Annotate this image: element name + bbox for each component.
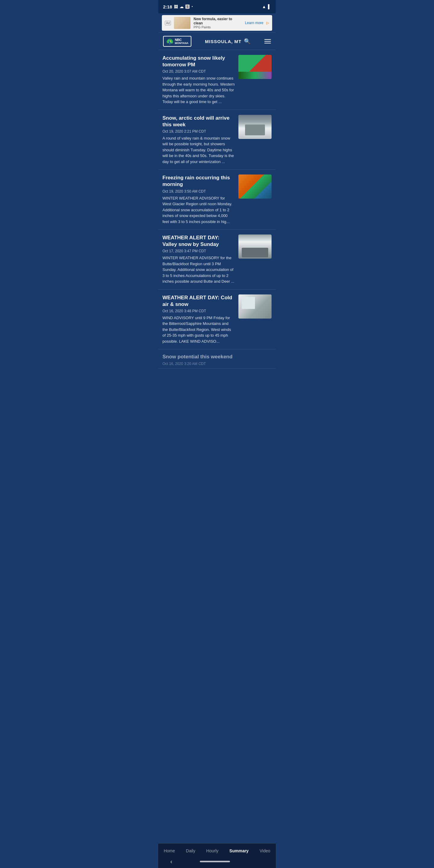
news-body-3: WINTER WEATHER ADVISORY for West Glacier… (162, 195, 235, 225)
logo-nbc-text: NBC (175, 38, 188, 41)
bottom-nav: Home Daily Hourly Summary Video (158, 843, 276, 856)
nav-daily-label: Daily (186, 848, 195, 853)
news-headline-partial: Snow potential this weekend (162, 353, 272, 360)
news-text-2: Snow, arctic cold will arrive this week … (162, 115, 235, 165)
ad-content: New formula, easier to clean PPG Paints (193, 17, 242, 29)
photo-icon: 🖼 (174, 4, 178, 9)
news-text-5: WEATHER ALERT DAY: Cold air & snow Oct 1… (162, 294, 235, 344)
news-thumbnail-2 (239, 115, 272, 139)
hamburger-menu[interactable] (264, 39, 271, 43)
news-text-partial: Snow potential this weekend Oct 16, 2020… (162, 353, 272, 366)
news-list: Accumulating snow likely tomorrow PM Oct… (158, 50, 276, 411)
news-text-1: Accumulating snow likely tomorrow PM Oct… (162, 55, 235, 105)
news-headline-3: Freezing rain occurring this morning (162, 175, 235, 188)
nav-item-video[interactable]: Video (256, 847, 274, 855)
news-date-partial: Oct 16, 2020 3:20 AM CDT (162, 362, 272, 366)
status-time: 2:18 (163, 4, 172, 9)
nav-item-home[interactable]: Home (160, 847, 179, 855)
nav-item-daily[interactable]: Daily (182, 847, 199, 855)
app-icon: 5 (185, 4, 190, 9)
news-text-3: Freezing rain occurring this morning Oct… (162, 175, 235, 224)
search-icon[interactable]: 🔍 (244, 38, 251, 44)
news-body-4: WINTER WEATHER ADVISORY for the Butte/Bl… (162, 255, 235, 284)
ad-learn-more[interactable]: Learn more (245, 21, 264, 25)
home-indicator[interactable] (200, 861, 230, 862)
news-thumbnail-1 (239, 55, 272, 79)
nav-hourly-label: Hourly (206, 848, 218, 853)
cloud-icon: ☁ (180, 4, 184, 9)
news-thumbnail-5 (239, 294, 272, 318)
news-item[interactable]: Accumulating snow likely tomorrow PM Oct… (158, 50, 276, 110)
hamburger-line-2 (264, 41, 271, 41)
news-item[interactable]: WEATHER ALERT DAY: Valley snow by Sunday… (158, 230, 276, 290)
status-left: 2:18 🖼 ☁ 5 · (163, 4, 193, 10)
system-nav-row: ‹ (158, 856, 276, 868)
ad-brand: PPG Paints (193, 25, 242, 29)
peacock-icon: 🦚 (166, 38, 174, 45)
news-item[interactable]: WEATHER ALERT DAY: Cold air & snow Oct 1… (158, 290, 276, 350)
back-button[interactable]: ‹ (170, 858, 173, 865)
news-headline-2: Snow, arctic cold will arrive this week (162, 115, 235, 128)
location-text: MISSOULA, MT (205, 39, 241, 44)
status-right: ▲ ▌ (262, 4, 271, 9)
nav-item-hourly[interactable]: Hourly (203, 847, 222, 855)
news-body-2: A round of valley rain & mountain snow w… (162, 135, 235, 165)
hamburger-line-1 (264, 39, 271, 40)
nav-video-label: Video (259, 848, 270, 853)
news-item-partial[interactable]: Snow potential this weekend Oct 16, 2020… (158, 349, 276, 368)
ad-label: Ad (165, 21, 171, 25)
nav-summary-label: Summary (229, 848, 249, 853)
news-date-5: Oct 16, 2020 3:48 PM CDT (162, 309, 235, 313)
battery-icon: ▌ (268, 4, 271, 9)
news-headline-5: WEATHER ALERT DAY: Cold air & snow (162, 294, 235, 308)
news-headline-4: WEATHER ALERT DAY: Valley snow by Sunday (162, 235, 235, 248)
bottom-controls: Home Daily Hourly Summary Video ‹ (158, 843, 276, 868)
news-headline-1: Accumulating snow likely tomorrow PM (162, 55, 235, 68)
dot-icon: · (191, 4, 193, 10)
nav-home-label: Home (164, 848, 175, 853)
wifi-icon: ▲ (262, 4, 266, 9)
news-date-3: Oct 19, 2020 3:50 AM CDT (162, 189, 235, 193)
status-bar: 2:18 🖼 ☁ 5 · ▲ ▌ (158, 0, 276, 13)
nbc-montana-logo[interactable]: 🦚 NBC MONTANA (163, 36, 191, 47)
news-date-2: Oct 19, 2020 2:21 PM CDT (162, 129, 235, 133)
ad-image (174, 17, 190, 29)
ad-arrow-icon: ▷ (267, 21, 269, 25)
ad-banner[interactable]: Ad New formula, easier to clean PPG Pain… (162, 15, 272, 31)
news-body-1: Valley rain and mountain snow continues … (162, 75, 235, 105)
hamburger-line-3 (264, 43, 271, 43)
news-item[interactable]: Snow, arctic cold will arrive this week … (158, 110, 276, 170)
news-item[interactable]: Freezing rain occurring this morning Oct… (158, 170, 276, 230)
news-body-5: WIND ADVISORY until 9 PM Friday for the … (162, 315, 235, 344)
logo-montana-text: MONTANA (175, 41, 188, 44)
ad-title: New formula, easier to clean (193, 17, 242, 25)
header: 🦚 NBC MONTANA MISSOULA, MT 🔍 (158, 33, 276, 50)
news-date-4: Oct 17, 2020 3:47 PM CDT (162, 249, 235, 253)
news-date-1: Oct 20, 2020 3:07 AM CDT (162, 69, 235, 73)
news-thumbnail-3 (239, 175, 272, 198)
nav-item-summary[interactable]: Summary (226, 847, 252, 855)
news-text-4: WEATHER ALERT DAY: Valley snow by Sunday… (162, 235, 235, 284)
header-location[interactable]: MISSOULA, MT 🔍 (205, 38, 251, 44)
news-thumbnail-4 (239, 235, 272, 258)
